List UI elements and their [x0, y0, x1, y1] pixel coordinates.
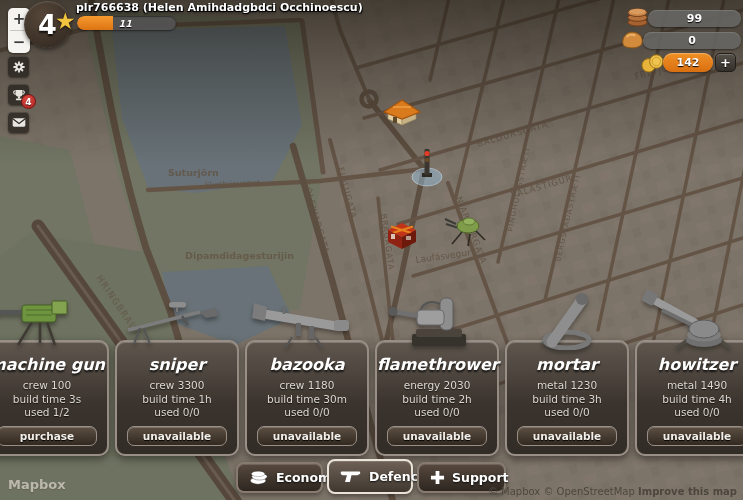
player-name: plr766638 (Helen Amihdadgbdci Occhinoesc…	[76, 1, 406, 14]
unit-stats: crew 3300build time 1hused 0/0	[117, 379, 237, 420]
unit-stats: metal 1230build time 3hused 0/0	[507, 379, 627, 420]
xp-progress-bar: 11	[77, 16, 176, 30]
purchase-button[interactable]: unavailable	[127, 426, 227, 446]
attribution-text[interactable]: © Mapbox © OpenStreetMap	[488, 486, 635, 497]
unit-card-machine-gun[interactable]: machine gun crew 100build time 3sused 1/…	[0, 340, 109, 456]
unit-name: mortar	[507, 355, 627, 374]
unit-stats: crew 100build time 3sused 1/2	[0, 379, 107, 420]
xp-progress-label: 11	[115, 16, 132, 30]
tab-defence[interactable]: Defence	[327, 459, 413, 494]
unit-stats: crew 1180build time 30mused 0/0	[247, 379, 367, 420]
purchase-button[interactable]: unavailable	[517, 426, 617, 446]
coins-counter: 142	[663, 53, 713, 72]
unit-name: machine gun	[0, 355, 107, 374]
unit-card-mortar[interactable]: mortar metal 1230build time 3hused 0/0 u…	[505, 340, 629, 456]
add-coins-button[interactable]: +	[715, 53, 736, 72]
unit-stats: energy 2030build time 2hused 0/0	[377, 379, 497, 420]
unit-name: howitzer	[637, 355, 743, 374]
nugget-icon	[620, 28, 645, 50]
plus-icon	[430, 470, 445, 485]
map-canvas[interactable]: Suturjörn Dipamdidagesturijin SÓLEYJARGA…	[0, 0, 743, 500]
mapbox-logo[interactable]: Mapbox	[8, 477, 66, 492]
unit-name: sniper	[117, 355, 237, 374]
purchase-button[interactable]: unavailable	[647, 426, 743, 446]
game-screen: Suturjörn Dipamdidagesturijin SÓLEYJARGA…	[0, 0, 743, 500]
xp-progress-fill	[77, 16, 113, 30]
settings-button[interactable]	[8, 56, 29, 77]
mail-icon	[12, 117, 26, 128]
star-icon: ★	[55, 8, 76, 34]
unit-name: flamethrower	[377, 355, 497, 374]
nugget-counter: 0	[643, 32, 741, 49]
mail-button[interactable]	[8, 112, 29, 133]
food-counter: 99	[648, 10, 741, 27]
purchase-button[interactable]: unavailable	[257, 426, 357, 446]
tab-economy[interactable]: Economy	[236, 462, 323, 493]
pistol-icon	[340, 469, 362, 484]
purchase-button[interactable]: unavailable	[387, 426, 487, 446]
unit-stats: metal 1490build time 4hused 0/0	[637, 379, 743, 420]
unit-card-flamethrower[interactable]: flamethrower energy 2030build time 2huse…	[375, 340, 499, 456]
food-icon	[626, 5, 649, 28]
map-attribution: © Mapbox © OpenStreetMap Improve this ma…	[488, 486, 737, 497]
economy-icon	[249, 470, 269, 485]
unit-card-sniper[interactable]: sniper crew 3300build time 1hused 0/0 un…	[115, 340, 239, 456]
coins-icon	[640, 50, 665, 73]
achievements-notification-badge: 4	[21, 94, 36, 109]
gear-icon	[12, 60, 26, 74]
unit-card-howitzer[interactable]: howitzer metal 1490build time 4hused 0/0…	[635, 340, 743, 456]
unit-card-bazooka[interactable]: bazooka crew 1180build time 30mused 0/0 …	[245, 340, 369, 456]
unit-name: bazooka	[247, 355, 367, 374]
improve-map-link[interactable]: Improve this map	[638, 486, 737, 497]
tab-label: Support	[452, 470, 509, 485]
purchase-button[interactable]: purchase	[0, 426, 97, 446]
